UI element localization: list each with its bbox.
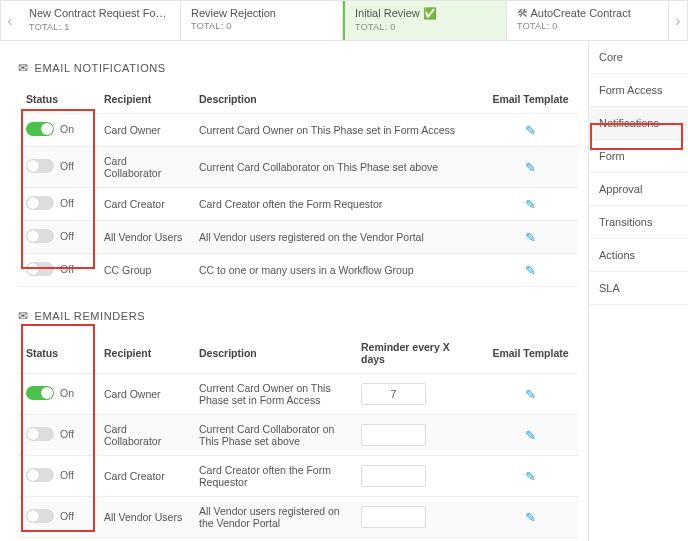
col-template: Email Template (483, 333, 578, 374)
section-title: EMAIL REMINDERS (35, 310, 146, 322)
edit-template-icon[interactable]: ✎ (525, 263, 536, 278)
toggle-switch-icon (26, 427, 54, 441)
reminder-days-input[interactable] (361, 424, 426, 446)
edit-template-icon[interactable]: ✎ (525, 123, 536, 138)
description-cell: Card Creator often the Form Requestor (191, 456, 353, 497)
status-toggle[interactable]: Off (26, 229, 74, 243)
table-row: Off Card Collaborator Current Card Colla… (18, 415, 578, 456)
reminder-days-input[interactable] (361, 506, 426, 528)
chevron-right-icon: › (675, 12, 680, 30)
status-toggle[interactable]: Off (26, 262, 74, 276)
table-row: On Card Owner Current Card Owner on This… (18, 374, 578, 415)
section-title: EMAIL NOTIFICATIONS (35, 62, 166, 74)
status-toggle[interactable]: On (26, 122, 74, 136)
phase-total: TOTAL: 0 (191, 21, 332, 31)
edit-template-icon[interactable]: ✎ (525, 230, 536, 245)
edit-template-icon[interactable]: ✎ (525, 428, 536, 443)
description-cell: CC to one or many users in a Workflow Gr… (191, 254, 483, 287)
col-status: Status (18, 85, 96, 114)
phase-total: TOTAL: 1 (29, 22, 170, 32)
settings-sidenav: Core Form Access Notifications Form Appr… (588, 41, 688, 541)
description-cell: All Vendor users registered on the Vendo… (191, 497, 353, 538)
sidenav-form-access[interactable]: Form Access (589, 74, 688, 107)
reminder-days-input[interactable] (361, 465, 426, 487)
phase-title: AutoCreate Contract (530, 7, 630, 19)
sidenav-core[interactable]: Core (589, 41, 688, 74)
recipient-cell: Card Creator (96, 456, 191, 497)
edit-template-icon[interactable]: ✎ (525, 160, 536, 175)
description-cell: Current Card Collaborator on This Phase … (191, 147, 483, 188)
col-status: Status (18, 333, 96, 374)
description-cell: Current Card Owner on This Phase set in … (191, 114, 483, 147)
phase-tab-new-contract[interactable]: New Contract Request Form 🌐 TOTAL: 1 (19, 1, 181, 40)
reminder-days-input[interactable] (361, 383, 426, 405)
phase-title: New Contract Request Form (29, 7, 168, 19)
table-row: Off Card Creator Card Creator often the … (18, 188, 578, 221)
section-header-notifications: ✉ EMAIL NOTIFICATIONS (18, 61, 588, 75)
sidenav-approval[interactable]: Approval (589, 173, 688, 206)
table-row: Off CC Group CC to one or many users in … (18, 254, 578, 287)
section-header-reminders: ✉ EMAIL REMINDERS (18, 309, 588, 323)
toggle-switch-icon (26, 196, 54, 210)
notifications-table: Status Recipient Description Email Templ… (18, 85, 578, 287)
phase-tabs: ‹ New Contract Request Form 🌐 TOTAL: 1 R… (0, 0, 688, 41)
phase-tab-autocreate-contract[interactable]: 🛠 AutoCreate Contract TOTAL: 0 (507, 1, 669, 40)
sidenav-sla[interactable]: SLA (589, 272, 688, 305)
recipient-cell: Card Collaborator (96, 415, 191, 456)
recipient-cell: Card Owner (96, 114, 191, 147)
tools-icon: 🛠 (517, 7, 528, 19)
description-cell: Current Card Owner on This Phase set in … (191, 374, 353, 415)
phase-tab-initial-review[interactable]: Initial Review ✅ TOTAL: 0 (343, 1, 507, 40)
status-toggle[interactable]: Off (26, 159, 74, 173)
table-row: On Card Owner Current Card Owner on This… (18, 114, 578, 147)
col-recipient: Recipient (96, 333, 191, 374)
recipient-cell: Card Creator (96, 188, 191, 221)
status-toggle[interactable]: Off (26, 196, 74, 210)
toggle-switch-icon (26, 122, 54, 136)
phase-total: TOTAL: 0 (517, 21, 658, 31)
col-recipient: Recipient (96, 85, 191, 114)
description-cell: CC to one or many users in a Workflow Gr… (191, 538, 353, 542)
toggle-switch-icon (26, 468, 54, 482)
check-icon: ✅ (423, 7, 437, 19)
table-row: Off All Vendor Users All Vendor users re… (18, 497, 578, 538)
phase-title: Initial Review (355, 7, 420, 19)
status-toggle[interactable]: Off (26, 427, 74, 441)
phase-total: TOTAL: 0 (355, 22, 496, 32)
edit-template-icon[interactable]: ✎ (525, 469, 536, 484)
table-row: Off Card Collaborator Current Card Colla… (18, 147, 578, 188)
status-toggle[interactable]: Off (26, 509, 74, 523)
toggle-switch-icon (26, 386, 54, 400)
table-row: Off Card Creator Card Creator often the … (18, 456, 578, 497)
description-cell: Card Creator often the Form Requestor (191, 188, 483, 221)
sidenav-form[interactable]: Form (589, 140, 688, 173)
col-days: Reminder every X days (353, 333, 483, 374)
phase-scroll-right[interactable]: › (669, 1, 687, 40)
sidenav-actions[interactable]: Actions (589, 239, 688, 272)
recipient-cell: All Vendor Users (96, 497, 191, 538)
recipient-cell: CC Group (96, 538, 191, 542)
toggle-switch-icon (26, 159, 54, 173)
sidenav-transitions[interactable]: Transitions (589, 206, 688, 239)
status-toggle[interactable]: Off (26, 468, 74, 482)
edit-template-icon[interactable]: ✎ (525, 387, 536, 402)
recipient-cell: All Vendor Users (96, 221, 191, 254)
toggle-switch-icon (26, 509, 54, 523)
edit-template-icon[interactable]: ✎ (525, 197, 536, 212)
reminders-table: Status Recipient Description Reminder ev… (18, 333, 578, 541)
toggle-switch-icon (26, 229, 54, 243)
table-row: Off CC Group CC to one or many users in … (18, 538, 578, 542)
recipient-cell: Card Owner (96, 374, 191, 415)
recipient-cell: Card Collaborator (96, 147, 191, 188)
sidenav-notifications[interactable]: Notifications (589, 107, 688, 140)
col-description: Description (191, 85, 483, 114)
envelope-icon: ✉ (18, 61, 29, 75)
phase-scroll-left[interactable]: ‹ (1, 1, 19, 40)
phase-title: Review Rejection (191, 7, 276, 19)
col-template: Email Template (483, 85, 578, 114)
edit-template-icon[interactable]: ✎ (525, 510, 536, 525)
phase-tab-review-rejection[interactable]: Review Rejection TOTAL: 0 (181, 1, 343, 40)
chevron-left-icon: ‹ (7, 12, 12, 30)
status-toggle[interactable]: On (26, 386, 74, 400)
description-cell: Current Card Collaborator on This Phase … (191, 415, 353, 456)
